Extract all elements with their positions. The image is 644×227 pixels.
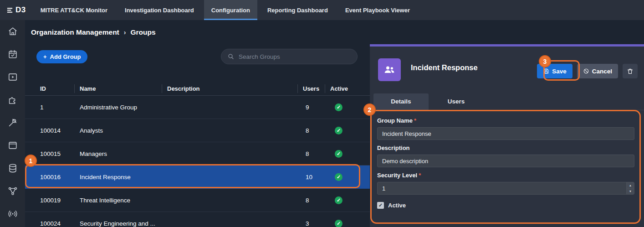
nav-item-mitre-attck-monitor[interactable]: MITRE ATT&CK Monitor <box>33 0 115 20</box>
cell-users: 8 <box>303 197 330 204</box>
nav-item-configuration[interactable]: Configuration <box>204 0 257 20</box>
column-header-name[interactable]: Name <box>80 82 167 95</box>
cell-active: ✓ <box>330 103 370 111</box>
add-group-label: Add Group <box>50 53 81 60</box>
panel-title: Incident Response <box>411 63 478 72</box>
home-icon[interactable] <box>8 26 18 36</box>
cell-name: Threat Intelligence <box>80 197 167 204</box>
window-icon[interactable] <box>8 140 18 150</box>
active-check-icon: ✓ <box>335 127 342 134</box>
group-detail-panel: Incident Response Save Cancel <box>370 44 644 227</box>
nav-item-investigation-dashboard[interactable]: Investigation Dashboard <box>118 0 201 20</box>
search-icon <box>227 53 235 60</box>
logo-bars-icon <box>6 7 13 14</box>
tools-icon[interactable] <box>8 118 18 128</box>
column-header-description[interactable]: Description <box>167 82 303 95</box>
required-marker: * <box>414 117 416 124</box>
video-icon[interactable] <box>8 72 18 82</box>
panel-tabs: Details Users <box>373 93 644 110</box>
cell-active: ✓ <box>330 220 370 227</box>
stepper-down-icon[interactable]: ▼ <box>627 188 634 195</box>
quantity-stepper: ▲ ▼ <box>626 182 634 194</box>
breadcrumb-current: Groups <box>130 28 155 36</box>
cell-name: Incident Response <box>80 174 167 181</box>
required-marker: * <box>419 172 421 179</box>
active-check-icon: ✓ <box>335 220 342 227</box>
save-label: Save <box>552 68 567 75</box>
group-details-form: Group Name* Description Security Level* <box>370 110 644 209</box>
database-icon[interactable] <box>8 163 18 173</box>
cell-users: 8 <box>303 127 330 134</box>
search-groups-input[interactable] <box>239 53 351 60</box>
trash-icon <box>627 68 634 75</box>
groups-table: ID Name Description Users Active 1 Admin… <box>25 82 370 227</box>
breadcrumb-separator-icon: › <box>124 29 126 36</box>
app-window: D3 MITRE ATT&CK Monitor Investigation Da… <box>0 0 644 227</box>
delete-button[interactable] <box>623 64 638 78</box>
cell-active: ✓ <box>330 196 370 204</box>
plus-icon: + <box>43 53 47 60</box>
table-row[interactable]: 1 Administrative Group 9 ✓ <box>25 96 370 119</box>
cell-name: Security Engineering and ... <box>80 220 167 227</box>
cell-id: 100019 <box>40 197 80 204</box>
cell-id: 100016 <box>40 174 80 181</box>
checkbox-check-icon: ✓ <box>378 202 383 208</box>
cancel-icon <box>583 68 589 74</box>
cell-active: ✓ <box>330 173 370 181</box>
cell-id: 100024 <box>40 220 80 227</box>
description-field[interactable] <box>377 155 634 167</box>
table-row[interactable]: 100024 Security Engineering and ... 3 ✓ <box>25 212 370 227</box>
logo-text: D3 <box>15 5 26 15</box>
active-checkbox-row: ✓ Active <box>377 202 634 209</box>
security-level-field[interactable] <box>377 182 634 195</box>
active-check-icon: ✓ <box>335 150 342 158</box>
nav-item-reporting-dashboard[interactable]: Reporting Dashboard <box>260 0 335 20</box>
search-groups-box <box>221 49 358 64</box>
save-button[interactable]: Save <box>537 64 572 78</box>
active-check-icon: ✓ <box>335 103 342 111</box>
group-name-label: Group Name* <box>377 117 634 124</box>
cell-id: 1 <box>40 104 80 111</box>
network-icon[interactable] <box>8 186 18 196</box>
active-checkbox[interactable]: ✓ <box>377 202 384 209</box>
group-name-field[interactable] <box>377 127 634 140</box>
nav-item-event-playbook-viewer[interactable]: Event Playbook Viewer <box>338 0 417 20</box>
column-header-users[interactable]: Users <box>303 82 330 95</box>
tab-details[interactable]: Details <box>373 93 429 110</box>
cell-active: ✓ <box>330 127 370 134</box>
table-row[interactable]: 100014 Analysts 8 ✓ <box>25 119 370 142</box>
description-label: Description <box>377 144 634 151</box>
broadcast-icon[interactable] <box>8 209 18 219</box>
active-check-icon: ✓ <box>335 196 342 204</box>
groups-list-section: + Add Group ID Name Description <box>25 44 370 227</box>
group-avatar <box>378 58 401 81</box>
active-checkbox-label: Active <box>388 202 406 209</box>
cell-id: 100014 <box>40 127 80 134</box>
cell-name: Administrative Group <box>80 104 167 111</box>
table-row-selected[interactable]: 100016 Incident Response 10 ✓ <box>25 165 370 189</box>
stepper-up-icon[interactable]: ▲ <box>627 182 634 188</box>
column-header-id[interactable]: ID <box>40 82 80 95</box>
cell-name: Analysts <box>80 127 167 134</box>
puzzle-icon[interactable] <box>8 95 18 105</box>
save-icon <box>543 68 549 74</box>
table-row[interactable]: 100015 Managers 8 ✓ <box>25 142 370 165</box>
cell-users: 8 <box>303 150 330 157</box>
group-people-icon <box>383 63 396 76</box>
column-header-active[interactable]: Active <box>330 82 370 95</box>
d3-logo[interactable]: D3 <box>0 0 33 20</box>
cell-users: 3 <box>303 220 330 227</box>
cancel-label: Cancel <box>592 68 612 75</box>
icon-sidebar <box>0 20 25 227</box>
add-group-button[interactable]: + Add Group <box>36 50 87 63</box>
cell-users: 9 <box>303 104 330 111</box>
tab-users[interactable]: Users <box>429 93 484 110</box>
panel-actions: Save Cancel <box>537 64 638 78</box>
groups-table-header: ID Name Description Users Active <box>25 82 370 96</box>
breadcrumb-parent[interactable]: Organization Management <box>31 28 119 36</box>
table-row[interactable]: 100019 Threat Intelligence 8 ✓ <box>25 189 370 212</box>
cell-users: 10 <box>303 174 330 181</box>
calendar-icon[interactable] <box>8 49 18 59</box>
security-level-label: Security Level* <box>377 172 634 179</box>
cancel-button[interactable]: Cancel <box>577 64 618 78</box>
